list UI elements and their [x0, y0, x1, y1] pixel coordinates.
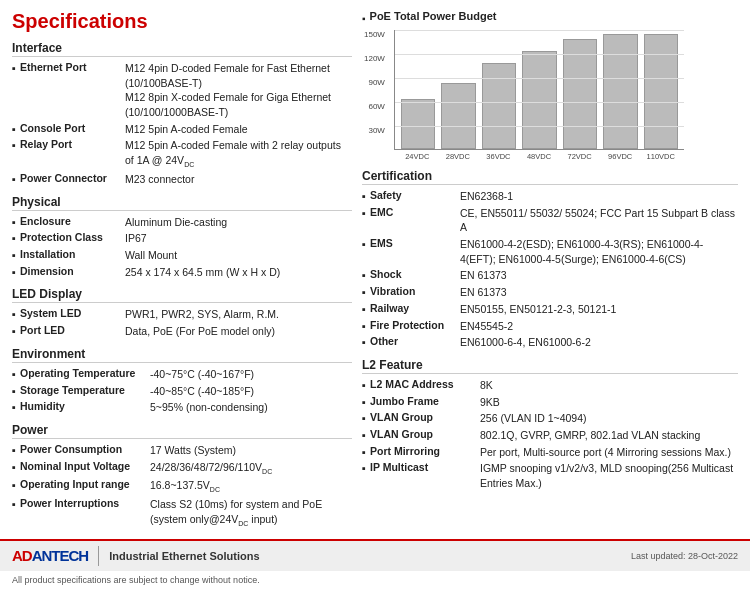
- spec-vlan-group-1: ▪ VLAN Group 256 (VLAN ID 1~4094): [362, 411, 738, 426]
- chart-x-label: 28VDC: [441, 152, 476, 161]
- brand-vantech: ANTECH: [32, 547, 89, 564]
- chart-bar: [482, 63, 516, 149]
- bullet-icon: ▪: [12, 173, 20, 185]
- footer-date: Last updated: 28-Oct-2022: [631, 551, 738, 561]
- footer-left: AD ANTECH Industrial Ethernet Solutions: [12, 546, 260, 566]
- spec-jumbo-frame: ▪ Jumbo Frame 9KB: [362, 395, 738, 410]
- grid-line: [395, 78, 684, 79]
- section-l2: L2 Feature: [362, 358, 738, 374]
- bullet-icon: ▪: [12, 401, 20, 413]
- grid-line: [395, 102, 684, 103]
- chart-bar: [563, 39, 597, 149]
- spec-installation: ▪ Installation Wall Mount: [12, 248, 352, 263]
- right-column: ▪ PoE Total Power Budget 150W 120W 90W 6…: [362, 10, 738, 531]
- bullet-icon: ▪: [362, 379, 370, 391]
- bullet-icon: ▪: [12, 232, 20, 244]
- bullet-icon: ▪: [362, 412, 370, 424]
- spec-power-interruptions: ▪ Power Interruptions Class S2 (10ms) fo…: [12, 497, 352, 529]
- bullet-icon: ▪: [362, 396, 370, 408]
- spec-vlan-group-2: ▪ VLAN Group 802.1Q, GVRP, GMRP, 802.1ad…: [362, 428, 738, 443]
- bullet-icon: ▪: [362, 320, 370, 332]
- spec-l2-mac: ▪ L2 MAC Address 8K: [362, 378, 738, 393]
- spec-shock: ▪ Shock EN 61373: [362, 268, 738, 283]
- bullet-icon: ▪: [12, 139, 20, 151]
- chart-bar: [522, 51, 556, 149]
- spec-fire-protection: ▪ Fire Protection EN45545-2: [362, 319, 738, 334]
- spec-dimension: ▪ Dimension 254 x 174 x 64.5 mm (W x H x…: [12, 265, 352, 280]
- bullet-icon: ▪: [12, 385, 20, 397]
- footer-divider: [98, 546, 99, 566]
- grid-line: [395, 126, 684, 127]
- section-certification: Certification: [362, 169, 738, 185]
- bullet-icon: ▪: [12, 266, 20, 278]
- chart-bar-group: [482, 63, 516, 149]
- chart-bar: [644, 34, 678, 149]
- chart-x-axis: 24VDC 28VDC 36VDC 48VDC 72VDC 96VDC 110V…: [394, 152, 684, 161]
- footer: AD ANTECH Industrial Ethernet Solutions …: [0, 539, 750, 571]
- chart-title: PoE Total Power Budget: [370, 10, 497, 22]
- spec-other: ▪ Other EN61000-6-4, EN61000-6-2: [362, 335, 738, 350]
- footer-right: Last updated: 28-Oct-2022: [631, 551, 738, 561]
- bullet-icon: ▪: [12, 368, 20, 380]
- bullet-icon: ▪: [362, 303, 370, 315]
- spec-port-mirroring: ▪ Port Mirroring Per port, Multi-source …: [362, 445, 738, 460]
- chart-bars-container: [401, 30, 678, 149]
- bullet-icon: ▪: [12, 461, 20, 473]
- left-column: Specifications Interface ▪ Ethernet Port…: [12, 10, 352, 531]
- spec-railway: ▪ Railway EN50155, EN50121-2-3, 50121-1: [362, 302, 738, 317]
- bullet-icon: ▪: [12, 444, 20, 456]
- bullet-icon: ▪: [12, 216, 20, 228]
- bullet-icon: ▪: [12, 123, 20, 135]
- bullet-icon: ▪: [362, 446, 370, 458]
- bullet-icon: ▪: [12, 249, 20, 261]
- spec-port-led: ▪ Port LED Data, PoE (For PoE model only…: [12, 324, 352, 339]
- bullet-icon: ▪: [362, 269, 370, 281]
- spec-safety: ▪ Safety EN62368-1: [362, 189, 738, 204]
- section-power: Power: [12, 423, 352, 439]
- bullet-icon: ▪: [12, 479, 20, 491]
- section-interface: Interface: [12, 41, 352, 57]
- chart-bar-group: [563, 39, 597, 149]
- footer-note-row: All product specifications are subject t…: [0, 571, 750, 587]
- spec-ip-multicast: ▪ IP Multicast IGMP snooping v1/v2/v3, M…: [362, 461, 738, 490]
- spec-power-consumption: ▪ Power Consumption 17 Watts (System): [12, 443, 352, 458]
- page-title: Specifications: [12, 10, 352, 33]
- bullet-icon: ▪: [362, 238, 370, 250]
- spec-power-connector: ▪ Power Connector M23 connector: [12, 172, 352, 187]
- chart-section: ▪ PoE Total Power Budget 150W 120W 90W 6…: [362, 10, 738, 161]
- chart-bar-group: [522, 51, 556, 149]
- chart-bar-group: [603, 34, 637, 149]
- bullet-icon: ▪: [12, 62, 20, 74]
- section-led: LED Display: [12, 287, 352, 303]
- bullet-icon: ▪: [362, 190, 370, 202]
- spec-vibration: ▪ Vibration EN 61373: [362, 285, 738, 300]
- chart-x-label: 96VDC: [603, 152, 638, 161]
- bullet-icon: ▪: [362, 207, 370, 219]
- section-environment: Environment: [12, 347, 352, 363]
- chart-bar: [441, 83, 475, 149]
- spec-storage-temp: ▪ Storage Temperature -40~85°C (-40~185°…: [12, 384, 352, 399]
- chart-bullet: ▪: [362, 13, 366, 24]
- bullet-icon: ▪: [12, 498, 20, 510]
- bullet-icon: ▪: [362, 462, 370, 474]
- bullet-icon: ▪: [12, 325, 20, 337]
- chart-area: [394, 30, 684, 150]
- brand-logo: AD ANTECH: [12, 547, 88, 564]
- chart-x-label: 72VDC: [562, 152, 597, 161]
- chart-x-label: 48VDC: [522, 152, 557, 161]
- bullet-icon: ▪: [362, 336, 370, 348]
- chart-x-label: 110VDC: [643, 152, 678, 161]
- spec-enclosure: ▪ Enclosure Aluminum Die-casting: [12, 215, 352, 230]
- spec-emc: ▪ EMC CE, EN55011/ 55032/ 55024; FCC Par…: [362, 206, 738, 235]
- chart-bar-group: [401, 99, 435, 149]
- chart-bar: [603, 34, 637, 149]
- spec-operating-temp: ▪ Operating Temperature -40~75°C (-40~16…: [12, 367, 352, 382]
- section-physical: Physical: [12, 195, 352, 211]
- chart-bar: [401, 99, 435, 149]
- chart-bar-group: [441, 83, 475, 149]
- spec-relay-port: ▪ Relay Port M12 5pin A-coded Female wit…: [12, 138, 352, 170]
- chart-x-label: 36VDC: [481, 152, 516, 161]
- spec-nominal-voltage: ▪ Nominal Input Voltage 24/28/36/48/72/9…: [12, 460, 352, 477]
- chart-bar-group: [644, 34, 678, 149]
- spec-protection-class: ▪ Protection Class IP67: [12, 231, 352, 246]
